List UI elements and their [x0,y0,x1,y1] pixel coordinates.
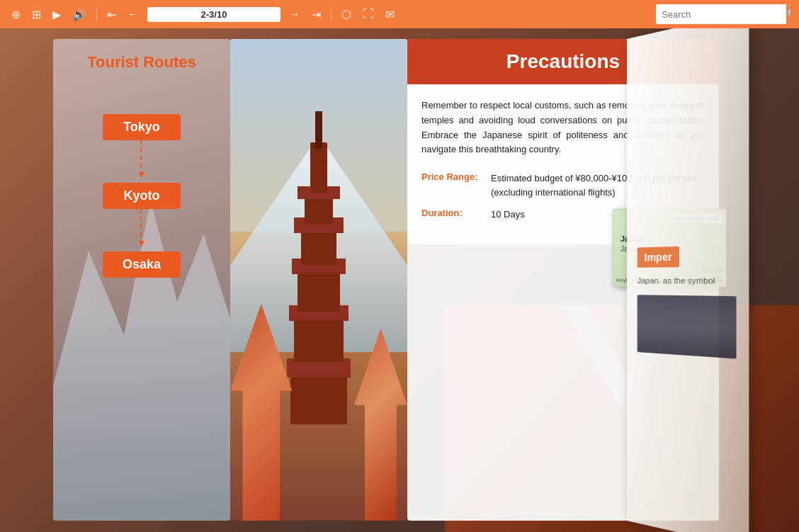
folded-content: Imper Japan. as the symbol [627,28,749,371]
osaka-node: Osaka [64,251,220,278]
left-panel-content: Tourist Routes Tokyo Kyoto Osaka [53,39,230,292]
page-indicator[interactable] [147,7,280,22]
last-page-icon[interactable]: ⇥ [309,6,324,23]
tokyo-label: Tokyo [103,114,181,140]
price-range-label: Price Range: [421,171,485,182]
arrow-1 [64,140,220,183]
pagoda-photo-panel [230,39,407,521]
mail-icon[interactable]: ✉ [382,6,397,23]
share-icon[interactable]: ⬡ [339,6,354,23]
zoom-in-icon[interactable]: ⊕ [8,6,23,23]
volume-icon[interactable]: 🔊 [69,6,89,23]
search-button[interactable]: 🔍 [786,4,790,24]
folded-page: Imper Japan. as the symbol [627,28,749,532]
precautions-panel: Precautions Remember to respect local cu… [407,39,719,521]
kyoto-node: Kyoto [64,183,220,209]
grid-icon[interactable]: ⊞ [29,6,44,23]
first-page-icon[interactable]: ⇤ [104,6,119,23]
pagoda-scene-bg [230,39,407,521]
duration-label: Duration: [421,208,485,218]
fullscreen-icon[interactable]: ⛶ [360,6,377,22]
play-icon[interactable]: ▶ [50,6,64,23]
imper-badge: Imper [638,247,680,268]
tokyo-node: Tokyo [64,114,220,140]
next-page-icon[interactable]: → [286,6,303,22]
folded-text: Japan. as the symbol [638,274,737,288]
prev-page-icon[interactable]: ← [125,6,142,22]
main-content: Tourist Routes Tokyo Kyoto Osaka [0,28,799,532]
toolbar: ⊕ ⊞ ▶ 🔊 ⇤ ← → ⇥ ⬡ ⛶ ✉ 🔍 [0,0,799,28]
arrow-2 [64,209,220,251]
osaka-label: Osaka [103,251,181,278]
duration-value: 10 Days [491,208,525,222]
search-box: 🔍 [656,4,790,24]
kyoto-label: Kyoto [103,183,181,209]
search-input[interactable] [656,4,786,24]
separator-2 [331,7,332,21]
tourist-routes-title: Tourist Routes [64,53,220,72]
tourist-routes-panel: Tourist Routes Tokyo Kyoto Osaka [53,39,230,521]
city-night-image [638,295,737,358]
separator-1 [96,7,97,21]
